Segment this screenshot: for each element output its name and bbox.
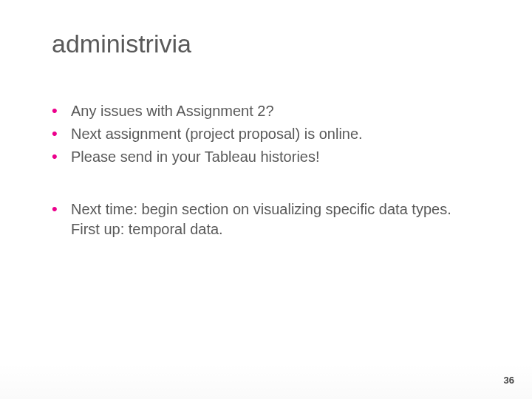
bullet-text: Next assignment (project proposal) is on… — [71, 126, 363, 142]
bullet-text: Any issues with Assignment 2? — [71, 103, 274, 119]
bullet-list: • Any issues with Assignment 2? • Next a… — [52, 101, 480, 239]
bullet-dot-icon: • — [52, 101, 58, 120]
bullet-item: • Next time: begin section on visualizin… — [52, 200, 480, 239]
bullet-item: • Next assignment (project proposal) is … — [52, 124, 480, 144]
bullet-text: Please send in your Tableau histories! — [71, 149, 320, 165]
bullet-text: Next time: begin section on visualizing … — [71, 201, 451, 237]
bullet-dot-icon: • — [52, 200, 58, 219]
bullet-dot-icon: • — [52, 124, 58, 143]
bullet-dot-icon: • — [52, 147, 58, 166]
slide-title: administrivia — [52, 30, 480, 58]
slide: administrivia • Any issues with Assignme… — [0, 0, 532, 399]
footer-texture — [0, 362, 532, 399]
page-number: 36 — [504, 375, 514, 386]
bullet-spacer — [52, 170, 480, 197]
bullet-item: • Any issues with Assignment 2? — [52, 101, 480, 121]
bullet-item: • Please send in your Tableau histories! — [52, 147, 480, 167]
